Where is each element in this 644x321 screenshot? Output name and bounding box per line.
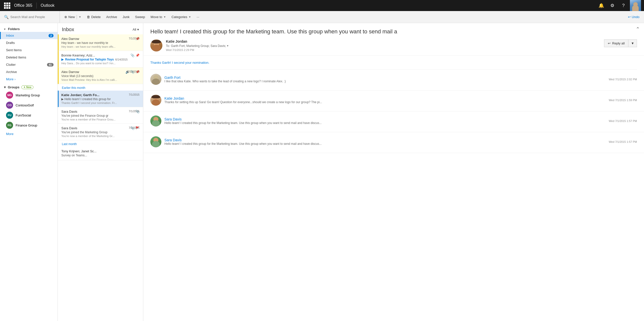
sidebar-item-sent[interactable]: Sent Items — [0, 46, 58, 54]
inbox-label: Inbox — [6, 34, 49, 37]
email-preview: You're now a member of the Finance Grou.… — [61, 118, 140, 121]
email-item[interactable]: Alex Darrow 📌 Hey team - we have our mon… — [58, 34, 143, 51]
thread-avatar-katie — [150, 95, 161, 106]
categories-label: Categories — [171, 15, 187, 19]
recipients-expand-icon[interactable]: ▾ — [227, 44, 228, 47]
sidebar-item-archive[interactable]: Archive — [0, 68, 58, 76]
reply-dropdown-button[interactable]: ▼ — [628, 39, 637, 47]
waffle-menu[interactable] — [3, 2, 11, 10]
thread-item[interactable]: Sara Davis Hello team! I created this gr… — [143, 132, 644, 153]
email-detail-timestamp: Wed 7/1/2015 2:29 PM — [166, 48, 601, 51]
thread-sender-info: Sara Davis Hello team! I created this gr… — [164, 138, 606, 146]
folders-section-header[interactable]: ▾ Folders — [0, 25, 58, 32]
filter-label: All — [133, 28, 136, 31]
thread-timestamp: Wed 7/1/2015 1:57 PM — [609, 119, 637, 122]
delete-button[interactable]: 🗑 Delete — [84, 13, 103, 22]
junk-button[interactable]: Junk — [120, 13, 132, 22]
thread-sender-name: Katie Jordan — [164, 96, 606, 100]
settings-icon[interactable]: ⚙ — [608, 1, 617, 10]
reply-all-button[interactable]: ↩ Reply all — [604, 39, 628, 47]
search-box[interactable]: 🔍 — [2, 11, 60, 23]
categories-button[interactable]: Categories ▼ — [169, 13, 194, 22]
group-item-contosogolf[interactable]: CO ContosoGolf — [0, 100, 58, 110]
email-date: 7/1/2015 — [129, 110, 140, 113]
groups-more-button[interactable]: More — [0, 130, 58, 138]
thread-preview: Hello team! I created this group for the… — [164, 142, 606, 146]
financegroup-avatar: FG — [6, 122, 13, 129]
thread-item[interactable]: Garth Fort I like that idea Katie. Who w… — [143, 70, 644, 91]
email-sender: Bonnie Kearney; Aziz... — [61, 53, 129, 57]
email-subject: You've joined the Finance Group gr — [61, 114, 140, 117]
email-item[interactable]: Tony Krijnen; Janet Sc... Survey on Team… — [58, 147, 143, 160]
moveto-label: Move to — [151, 15, 162, 19]
group-item-financegroup[interactable]: FG Finance Group — [0, 120, 58, 130]
new-button[interactable]: ⊕ New ▼ — [62, 13, 84, 22]
moveto-button[interactable]: Move to ▼ — [148, 13, 168, 22]
undo-button[interactable]: ↩ Undo — [625, 14, 642, 20]
email-list: Inbox All ▾ Alex Darrow 📌 Hey team - we … — [58, 23, 143, 321]
groups-section-header: ▾ Groups ✦ New — [0, 83, 58, 90]
group-item-marketing[interactable]: MG Marketing Group — [0, 90, 58, 100]
email-filter-button[interactable]: All ▾ — [133, 28, 139, 31]
thread-item[interactable]: Katie Jordan Thanks for setting this up … — [143, 91, 644, 111]
email-subject: Survey on Teams... — [61, 154, 140, 157]
sidebar-item-deleted[interactable]: Deleted Items — [0, 54, 58, 61]
email-subject: You've joined the Marketing Group — [61, 131, 140, 134]
thread-expand-icon[interactable]: ▶ — [61, 97, 64, 101]
email-preview: Hey team - we have our monthly team offs… — [61, 45, 140, 48]
email-item[interactable]: Sara Davis 📎 🚩 7/1/2015 You've joined th… — [58, 124, 143, 140]
new-dropdown-icon[interactable]: ▼ — [79, 16, 81, 18]
groups-chevron-icon: ▾ — [4, 85, 6, 89]
sidebar-item-drafts[interactable]: Drafts — [0, 39, 58, 46]
search-input[interactable] — [10, 15, 58, 19]
sidebar-item-inbox[interactable]: Inbox 2 — [0, 32, 58, 39]
email-item[interactable]: Alex Darrow 🔊 📎 📌 6/13/2015 Voice Mail (… — [58, 68, 143, 84]
email-date-label[interactable]: Last month — [58, 140, 143, 147]
email-item[interactable]: Bonnie Kearney; Aziz... 📎 📌 ▶ Review Pro… — [58, 51, 143, 68]
email-detail: ⌃ Hello team! I created this group for t… — [143, 23, 644, 321]
thread-preview: Hello team! I created this group for the… — [164, 121, 606, 125]
email-subject: Voice Mail (13 seconds) — [61, 74, 140, 78]
email-date-label[interactable]: Earlier this month — [58, 84, 143, 91]
email-subject: ▶ Hello team! I created this group for — [61, 97, 140, 101]
thread-timestamp: Wed 7/1/2015 2:02 PM — [609, 78, 637, 81]
email-detail-sender: Katie Jordan — [166, 39, 601, 43]
help-icon[interactable]: ? — [619, 1, 628, 10]
email-detail-body: Thanks Garth! I second your nomination. — [143, 56, 644, 70]
sidebar-item-clutter[interactable]: Clutter 41 — [0, 61, 58, 68]
folders-more-button[interactable]: More › — [0, 76, 58, 83]
thread-expand-icon[interactable]: ▶ — [61, 58, 64, 61]
scroll-up-icon[interactable]: ⌃ — [636, 26, 640, 32]
group-item-funsocial[interactable]: FU Fun/Social — [0, 110, 58, 120]
thread-sender-name: Garth Fort — [164, 76, 606, 80]
more-button[interactable]: ··· — [194, 13, 202, 22]
thread-avatar-garth — [150, 74, 161, 85]
email-detail-meta: Katie Jordan To: Garth Fort; Marketing G… — [150, 39, 637, 51]
folders-more-label: More — [6, 77, 14, 81]
new-label: New — [68, 15, 75, 19]
thread-item[interactable]: Sara Davis Hello team! I created this gr… — [143, 111, 644, 132]
user-avatar[interactable] — [630, 0, 641, 11]
app-name: Outlook — [41, 3, 597, 8]
nav-divider — [36, 3, 37, 9]
email-date: 6/13/2015 — [127, 70, 140, 73]
folders-chevron-icon: ▾ — [4, 28, 6, 31]
archive-button[interactable]: Archive — [104, 13, 120, 22]
reply-all-label: Reply all — [612, 41, 625, 45]
sweep-button[interactable]: Sweep — [132, 13, 148, 22]
email-detail-header: Hello team! I created this group for the… — [143, 23, 644, 56]
brand-name: Office 365 — [14, 3, 32, 8]
thread-sender-info: Sara Davis Hello team! I created this gr… — [164, 117, 606, 125]
email-date: 7/1/2015 — [129, 37, 140, 40]
groups-new-button[interactable]: ✦ New — [21, 85, 33, 89]
main-toolbar: 🔍 ⊕ New ▼ 🗑 Delete Archive Junk Sweep Mo… — [0, 11, 644, 23]
thread-sender-info: Garth Fort I like that idea Katie. Who w… — [164, 76, 606, 83]
notification-bell-icon[interactable]: 🔔 — [597, 1, 606, 10]
groups-more-label: More — [6, 132, 14, 136]
to-recipients: Garth Fort; Marketing Group; Sara Davis; — [171, 44, 226, 48]
email-item[interactable]: Sara Davis 📎 7/1/2015 You've joined the … — [58, 107, 143, 124]
thread-avatar-sara — [150, 115, 161, 126]
email-item[interactable]: Katie Jordan; Garth Fo... 7/1/2015 ▶ Hel… — [58, 91, 143, 107]
email-date: 7/1/2015 — [129, 93, 140, 96]
drafts-label: Drafts — [6, 41, 54, 45]
